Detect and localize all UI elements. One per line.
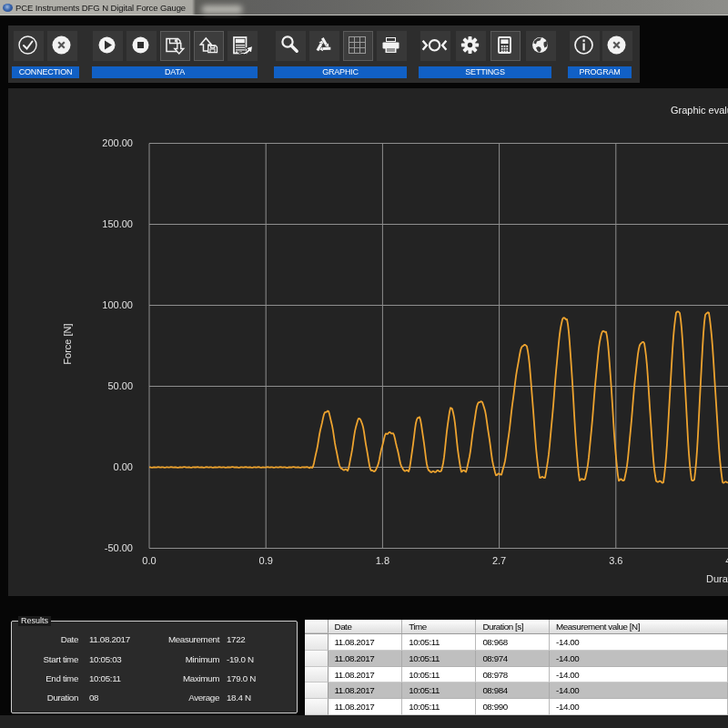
svg-text:200.00: 200.00 — [102, 137, 133, 148]
svg-text:0.0: 0.0 — [142, 555, 156, 566]
svg-text:2.7: 2.7 — [492, 555, 506, 566]
svg-text:150.00: 150.00 — [102, 218, 133, 229]
svg-text:Duration [s]: Duration [s] — [706, 573, 728, 584]
svg-text:0.00: 0.00 — [114, 461, 133, 472]
svg-text:-50.00: -50.00 — [105, 542, 133, 553]
svg-text:100.00: 100.00 — [102, 299, 133, 310]
svg-text:Force [N]: Force [N] — [62, 323, 73, 364]
svg-text:50.00: 50.00 — [107, 380, 133, 391]
svg-text:3.6: 3.6 — [609, 555, 622, 566]
svg-text:0.9: 0.9 — [259, 555, 273, 566]
svg-text:1.8: 1.8 — [376, 555, 389, 566]
